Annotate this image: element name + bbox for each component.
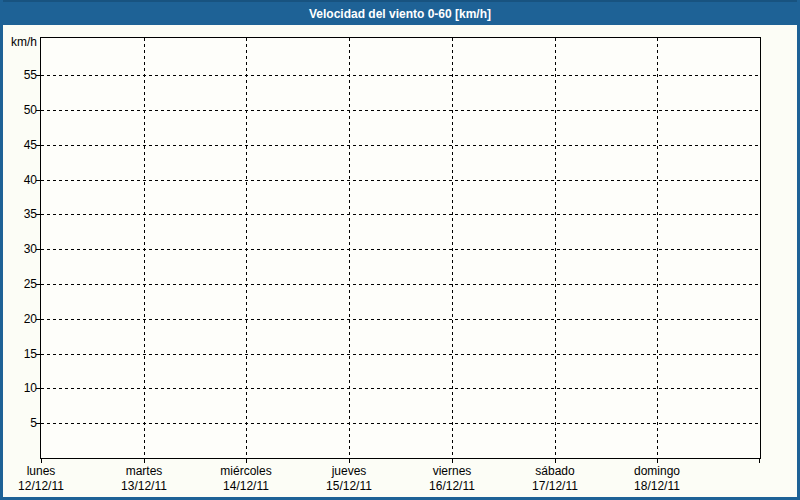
y-tick-label: 50 [1, 103, 37, 117]
x-tick-mark [555, 459, 556, 463]
x-axis-day-label: domingo18/12/11 [605, 464, 709, 494]
y-tick-label: 20 [1, 312, 37, 326]
x-axis-day-label: jueves15/12/11 [297, 464, 401, 494]
y-tick-label: 30 [1, 242, 37, 256]
day-date-label: 17/12/11 [503, 479, 607, 494]
h-gridline [41, 319, 760, 320]
day-name-label: lunes [0, 464, 93, 479]
x-tick-mark [144, 459, 145, 463]
y-tick-label: 40 [1, 173, 37, 187]
x-tick-mark [41, 459, 42, 463]
day-date-label: 12/12/11 [0, 479, 93, 494]
v-gridline [555, 38, 556, 458]
h-gridline [41, 180, 760, 181]
v-gridline [349, 38, 350, 458]
y-tick-label: 25 [1, 277, 37, 291]
chart-title: Velocidad del viento 0-60 [km/h] [309, 7, 491, 21]
day-date-label: 16/12/11 [400, 479, 504, 494]
y-tick-label: 55 [1, 68, 37, 82]
v-gridline [452, 38, 453, 458]
v-gridline [246, 38, 247, 458]
x-tick-mark [246, 459, 247, 463]
y-tick-label: 15 [1, 347, 37, 361]
h-gridline [41, 214, 760, 215]
x-tick-mark [349, 459, 350, 463]
day-date-label: 15/12/11 [297, 479, 401, 494]
h-gridline [41, 249, 760, 250]
h-gridline [41, 388, 760, 389]
y-axis-unit-label: km/h [1, 35, 37, 49]
x-axis-day-label: viernes16/12/11 [400, 464, 504, 494]
day-name-label: viernes [400, 464, 504, 479]
h-gridline [41, 110, 760, 111]
x-tick-mark [759, 459, 760, 463]
y-tick-label: 45 [1, 138, 37, 152]
y-tick-label: 10 [1, 381, 37, 395]
day-date-label: 18/12/11 [605, 479, 709, 494]
plot-area: km/h 510152025303540455055lunes12/12/11m… [40, 37, 761, 459]
x-axis-day-label: miércoles14/12/11 [194, 464, 298, 494]
day-date-label: 13/12/11 [92, 479, 196, 494]
x-tick-mark [452, 459, 453, 463]
chart-window: Velocidad del viento 0-60 [km/h] km/h 51… [0, 0, 800, 500]
day-name-label: miércoles [194, 464, 298, 479]
day-date-label: 14/12/11 [194, 479, 298, 494]
x-axis-day-label: martes13/12/11 [92, 464, 196, 494]
day-name-label: sábado [503, 464, 607, 479]
day-name-label: martes [92, 464, 196, 479]
v-gridline [657, 38, 658, 458]
x-axis-day-label: sábado17/12/11 [503, 464, 607, 494]
y-tick-label: 5 [1, 416, 37, 430]
v-gridline [144, 38, 145, 458]
x-tick-mark [657, 459, 658, 463]
h-gridline [41, 284, 760, 285]
h-gridline [41, 354, 760, 355]
y-tick-label: 35 [1, 207, 37, 221]
day-name-label: jueves [297, 464, 401, 479]
h-gridline [41, 75, 760, 76]
chart-title-bar: Velocidad del viento 0-60 [km/h] [3, 0, 797, 25]
day-name-label: domingo [605, 464, 709, 479]
h-gridline [41, 145, 760, 146]
h-gridline [41, 423, 760, 424]
x-axis-day-label: lunes12/12/11 [0, 464, 93, 494]
